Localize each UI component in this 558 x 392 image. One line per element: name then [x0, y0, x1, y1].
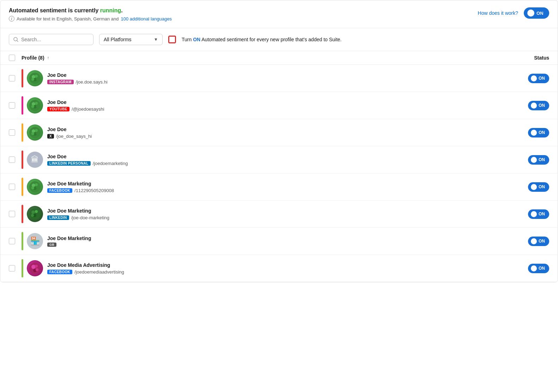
search-icon	[13, 37, 18, 42]
header-left: Automated sentiment is currently running…	[9, 7, 172, 22]
title-prefix: Automated sentiment is currently	[9, 7, 100, 13]
row-checkbox[interactable]	[9, 75, 15, 81]
avatar	[27, 206, 43, 222]
svg-point-12	[31, 105, 34, 108]
profile-header-label: Profile (8) ↑	[22, 55, 514, 61]
table-section: Profile (8) ↑ Status Joe Doe INSTAGRAM /…	[0, 51, 558, 282]
profile-status: ON	[514, 209, 549, 219]
svg-point-30	[31, 214, 34, 217]
row-checkbox[interactable]	[9, 211, 15, 217]
svg-point-16	[35, 129, 38, 132]
avatar: 🏛	[27, 152, 43, 168]
profile-details: FACEBOOK /112290505209008	[47, 188, 514, 193]
profile-handle: /joe_doe_says_hi	[56, 134, 92, 139]
profile-status: ON	[514, 182, 549, 192]
platform-badge: LINKEDIN PERSONAL	[47, 161, 91, 166]
profile-status: ON	[514, 155, 549, 165]
toggle-on-label: ON	[539, 130, 545, 135]
platform-badge: INSTAGRAM	[47, 80, 74, 84]
toggle-circle-small	[531, 75, 537, 81]
row-checkbox[interactable]	[9, 238, 15, 244]
header-subtitle: i Available for text in English, Spanish…	[9, 16, 172, 22]
table-row: Joe Doe Media Advertising FACEBOOK /joed…	[0, 255, 558, 282]
profile-status: ON	[514, 74, 549, 83]
svg-point-4	[35, 75, 38, 78]
toggle-on-label: ON	[539, 212, 545, 216]
toggle-on-label: ON	[539, 157, 545, 162]
profile-toggle-button[interactable]: ON	[528, 128, 549, 137]
profile-toggle-button[interactable]: ON	[528, 237, 549, 246]
table-row: Joe Doe Marketing FACEBOOK /112290505209…	[0, 173, 558, 201]
profile-toggle-button[interactable]: ON	[528, 155, 549, 165]
avatar: 🏪	[27, 233, 43, 249]
row-checkbox[interactable]	[9, 102, 15, 109]
svg-line-1	[17, 41, 18, 42]
table-row: Joe Doe Marketing LINKEDIN /joe-doe-mark…	[0, 201, 558, 228]
profile-status: ON	[514, 264, 549, 273]
accent-bar	[22, 96, 23, 115]
row-checkbox[interactable]	[9, 157, 15, 163]
turn-on-suffix: Automated sentiment for every new profil…	[200, 37, 341, 42]
svg-point-10	[35, 102, 38, 105]
profile-details: LINKEDIN /joe-doe-marketing	[47, 215, 514, 220]
search-input[interactable]	[21, 37, 89, 42]
profile-toggle-button[interactable]: ON	[528, 74, 549, 83]
platform-dropdown[interactable]: All Platforms ▼	[99, 34, 163, 45]
profile-info: Joe Doe LINKEDIN PERSONAL /joedoemarketi…	[47, 154, 514, 166]
svg-point-28	[35, 210, 38, 213]
main-toggle-button[interactable]: ON	[524, 7, 549, 19]
table-row: 🏛 Joe Doe LINKEDIN PERSONAL /joedoemarke…	[0, 146, 558, 173]
svg-point-32	[31, 265, 36, 269]
header-checkbox-col	[9, 55, 22, 61]
profile-info: Joe Doe X /joe_doe_says_hi	[47, 127, 514, 139]
avatar	[27, 260, 43, 276]
profile-name: Joe Doe	[47, 99, 514, 105]
profile-name: Joe Doe	[47, 72, 514, 78]
platform-badge: YOUTUBE	[47, 107, 69, 111]
profile-toggle-button[interactable]: ON	[528, 264, 549, 273]
header-checkbox[interactable]	[9, 55, 15, 61]
profile-status: ON	[514, 101, 549, 110]
profile-status: ON	[514, 128, 549, 137]
profile-handle: /joe.doe.says.hi	[76, 79, 108, 85]
table-header: Profile (8) ↑ Status	[0, 51, 558, 65]
svg-point-7	[36, 78, 38, 80]
profile-name: Joe Doe Marketing	[47, 235, 514, 241]
title-suffix: .	[121, 7, 122, 13]
toggle-on-label: ON	[539, 239, 545, 244]
toggle-label: ON	[536, 11, 544, 16]
profile-rows-container: Joe Doe INSTAGRAM /joe.doe.says.hi ON Jo…	[0, 65, 558, 282]
profile-info: Joe Doe INSTAGRAM /joe.doe.says.hi	[47, 72, 514, 85]
row-checkbox[interactable]	[9, 184, 15, 190]
how-it-works-link[interactable]: How does it work?	[478, 10, 518, 16]
header-title: Automated sentiment is currently running…	[9, 7, 172, 14]
profile-handle: /112290505209008	[74, 188, 114, 193]
profile-info: Joe Doe Marketing LINKEDIN /joe-doe-mark…	[47, 208, 514, 220]
bulk-toggle-checkbox[interactable]	[168, 36, 176, 43]
accent-bar	[22, 178, 23, 196]
sort-icon[interactable]: ↑	[47, 55, 49, 60]
svg-point-19	[36, 132, 38, 134]
profile-details: LINKEDIN PERSONAL /joedoemarketing	[47, 161, 514, 166]
accent-bar	[22, 69, 23, 87]
profile-toggle-button[interactable]: ON	[528, 209, 549, 219]
accent-bar	[22, 123, 23, 142]
svg-point-24	[31, 186, 34, 189]
row-checkbox[interactable]	[9, 129, 15, 136]
svg-point-22	[35, 183, 38, 186]
subtitle-prefix: Available for text in English, Spanish, …	[17, 16, 119, 22]
platform-badge: X	[47, 134, 54, 139]
profile-info: Joe Doe Marketing FACEBOOK /112290505209…	[47, 181, 514, 193]
row-checkbox[interactable]	[9, 265, 15, 271]
additional-languages-link[interactable]: 100 additional languages	[121, 16, 172, 22]
accent-bar	[22, 232, 23, 250]
profile-toggle-button[interactable]: ON	[528, 101, 549, 110]
turn-on-label: Turn ON Automated sentiment for every ne…	[182, 37, 342, 42]
profile-name: Joe Doe Marketing	[47, 181, 514, 186]
profile-toggle-button[interactable]: ON	[528, 182, 549, 192]
accent-bar	[22, 205, 23, 223]
profile-details: YOUTUBE /@joedoesayshi	[47, 106, 514, 112]
svg-point-25	[36, 186, 38, 189]
platform-badge: GB	[47, 243, 56, 247]
toggle-circle-small	[531, 103, 537, 109]
